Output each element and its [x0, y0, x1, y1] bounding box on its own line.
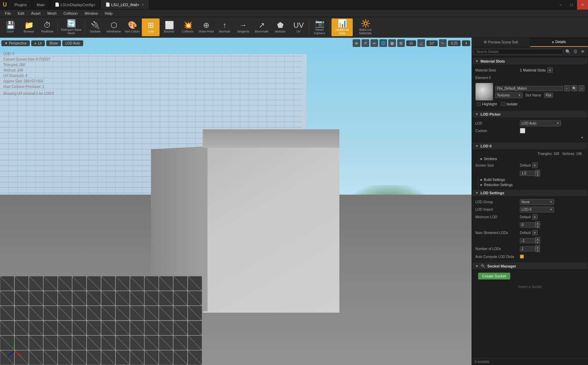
- scale-icon-btn[interactable]: ⇔: [371, 39, 378, 47]
- num-streamed-up-arrow[interactable]: ▲: [535, 237, 540, 240]
- grid-icon-btn[interactable]: ⊞: [397, 39, 405, 47]
- save-button[interactable]: 💾 Save: [1, 18, 19, 36]
- tab-lsu-display[interactable]: 📄 LSUnDisplayConfig+: [50, 0, 101, 9]
- material-back-button[interactable]: ←: [564, 85, 570, 91]
- material-slots-section-header[interactable]: ▼ Material Slots: [473, 58, 587, 65]
- lod-settings-section-header[interactable]: ▼ LOD Settings: [473, 190, 587, 197]
- textures-dropdown[interactable]: Textures ▼: [495, 92, 523, 98]
- show-button[interactable]: Show: [46, 40, 61, 46]
- menu-edit[interactable]: Edit: [14, 10, 28, 17]
- auto-compute-label: Auto Compute LOD Dista: [475, 255, 520, 259]
- material-name-display: Fbx_Default_Materi: [495, 86, 563, 91]
- lod-expand-button[interactable]: ▼: [580, 135, 585, 140]
- close-button[interactable]: ✕: [577, 0, 588, 10]
- reset-camera-button[interactable]: 📷 Reset Camera: [311, 18, 328, 36]
- browse-button[interactable]: 📁 Browse: [20, 18, 38, 36]
- wireframe-button[interactable]: ⬡ Wireframe: [105, 18, 123, 36]
- minimize-button[interactable]: −: [555, 0, 566, 10]
- filter-icon-button[interactable]: ☰: [572, 49, 578, 55]
- tab-details[interactable]: ≡ Details: [530, 38, 588, 47]
- screen-size-input[interactable]: [520, 171, 535, 176]
- vertices-button[interactable]: ⬟ Vertices: [271, 18, 289, 36]
- show-pivot-button[interactable]: ⊕ Show Pivot: [197, 18, 215, 36]
- lod-group-dropdown[interactable]: None ▼: [520, 199, 554, 205]
- maximize-button[interactable]: □: [566, 0, 577, 10]
- uv-button[interactable]: UV UV: [290, 18, 308, 36]
- material-open-button[interactable]: →: [578, 85, 585, 91]
- bounds-button[interactable]: ⬜ Bounds: [160, 18, 178, 36]
- snap-grid-btn[interactable]: 4: [462, 40, 470, 46]
- tab-close-icon[interactable]: ✕: [141, 3, 144, 6]
- custom-color-swatch[interactable]: [520, 128, 525, 133]
- lod-auto-button[interactable]: LOD Auto: [62, 40, 83, 46]
- lod0-info: Triangles: 168 Vertices: 196: [475, 151, 585, 156]
- eye-icon-button[interactable]: 👁: [580, 49, 586, 55]
- viewport[interactable]: LOD: 0 Current Screen Size: 0.722827 Tri…: [0, 38, 472, 365]
- material-find-button[interactable]: 🔍: [571, 85, 577, 91]
- minimum-lod-number: ▲ ▼: [520, 221, 540, 228]
- reduction-settings-subheader[interactable]: ▶ Reduction Settings: [480, 182, 585, 187]
- grid-button[interactable]: ⊞ Grid: [142, 18, 160, 36]
- tab-plugins[interactable]: Plugins: [10, 0, 32, 9]
- rotate-icon-btn[interactable]: ↺: [362, 39, 369, 47]
- sockets-button[interactable]: 🔌 Sockets: [86, 18, 104, 36]
- num-streamed-add-button[interactable]: +: [532, 230, 538, 235]
- realtime-button[interactable]: ⏱ Realtime: [38, 18, 56, 36]
- minimum-lod-down-arrow[interactable]: ▼: [535, 225, 540, 228]
- tab-preview-scene[interactable]: ⚙ Preview Scene Sett: [472, 38, 530, 47]
- create-socket-button[interactable]: Create Socket: [478, 273, 510, 279]
- lod-auto-dropdown[interactable]: LOD Auto ▼: [520, 120, 561, 126]
- build-settings-subheader[interactable]: ▶ Build Settings: [480, 177, 585, 182]
- number-of-lods-input[interactable]: [520, 246, 535, 251]
- snap-angle-btn[interactable]: 10: [406, 40, 416, 46]
- collision-button[interactable]: 💥 Collision: [179, 18, 197, 36]
- perspective-button[interactable]: ▼ Perspective: [1, 40, 30, 46]
- isolate-checkbox[interactable]: [501, 102, 505, 106]
- screen-size-add-button[interactable]: +: [532, 162, 538, 168]
- search-icon-button[interactable]: 🔍: [565, 49, 571, 55]
- surface-icon-btn[interactable]: ▦: [388, 39, 396, 47]
- minimum-lod-add-button[interactable]: +: [532, 214, 538, 220]
- tab-lsu-led-wall[interactable]: 📄 LSU_LED_Wall+ ✕: [101, 0, 149, 9]
- search-input[interactable]: [474, 49, 563, 55]
- screen-size-down-arrow[interactable]: ▼: [535, 173, 540, 177]
- reimport-button[interactable]: 🔄 Reimport Base Mesh: [59, 18, 83, 36]
- menu-mesh[interactable]: Mesh: [44, 10, 60, 17]
- socket-manager-section-header[interactable]: ▼ 🔌 Socket Manager: [473, 262, 587, 270]
- lit-button[interactable]: ● Lit: [31, 40, 45, 46]
- stat-lod: LOD: 0: [3, 51, 53, 56]
- num-streamed-down-arrow[interactable]: ▼: [535, 240, 540, 244]
- number-of-lods-down-arrow[interactable]: ▼: [535, 249, 540, 252]
- additional-data-button[interactable]: 📊 Additional Data: [331, 18, 353, 36]
- highlight-checkbox[interactable]: [477, 102, 481, 106]
- menu-window[interactable]: Window: [81, 10, 101, 17]
- screen-size-up-arrow[interactable]: ▲: [535, 170, 540, 173]
- menu-help[interactable]: Help: [101, 10, 116, 17]
- normals-button[interactable]: ↑ Normals: [216, 18, 234, 36]
- lod0-section-header[interactable]: ▼ LOD 0: [473, 143, 587, 150]
- tangents-icon: →: [239, 22, 247, 29]
- auto-compute-checkbox[interactable]: [520, 255, 524, 259]
- tangents-button[interactable]: → Tangents: [234, 18, 252, 36]
- num-streamed-input[interactable]: [520, 238, 535, 243]
- minimum-lod-up-arrow[interactable]: ▲: [535, 221, 540, 225]
- menu-collision[interactable]: Collision: [60, 10, 81, 17]
- snap-rot-btn[interactable]: 10°: [426, 40, 438, 46]
- translate-icon-btn[interactable]: ⊕: [353, 39, 360, 47]
- lod-import-dropdown[interactable]: LOD 0 ▼: [520, 207, 554, 212]
- vert-colors-button[interactable]: 🎨 Vert Colors: [123, 18, 141, 36]
- minimum-lod-input[interactable]: [520, 222, 535, 227]
- add-material-slot-button[interactable]: +: [547, 67, 553, 73]
- menu-asset[interactable]: Asset: [28, 10, 44, 17]
- binormals-button[interactable]: ↗ Binormals: [253, 18, 271, 36]
- number-of-lods-up-arrow[interactable]: ▲: [535, 245, 540, 249]
- snap-scale-btn[interactable]: 0.25: [448, 40, 461, 46]
- show-label: Show: [49, 41, 58, 45]
- tab-main[interactable]: Main: [32, 0, 50, 9]
- material-thumbnail[interactable]: [475, 83, 493, 101]
- lod-picker-section-header[interactable]: ▼ LOD Picker: [473, 111, 587, 118]
- bake-out-materials-button[interactable]: 🔆 Bake out Materials: [353, 18, 377, 36]
- world-icon-btn[interactable]: 🌐: [379, 39, 387, 47]
- sections-subheader[interactable]: ▶ Sections: [480, 156, 585, 161]
- menu-file[interactable]: File: [1, 10, 14, 17]
